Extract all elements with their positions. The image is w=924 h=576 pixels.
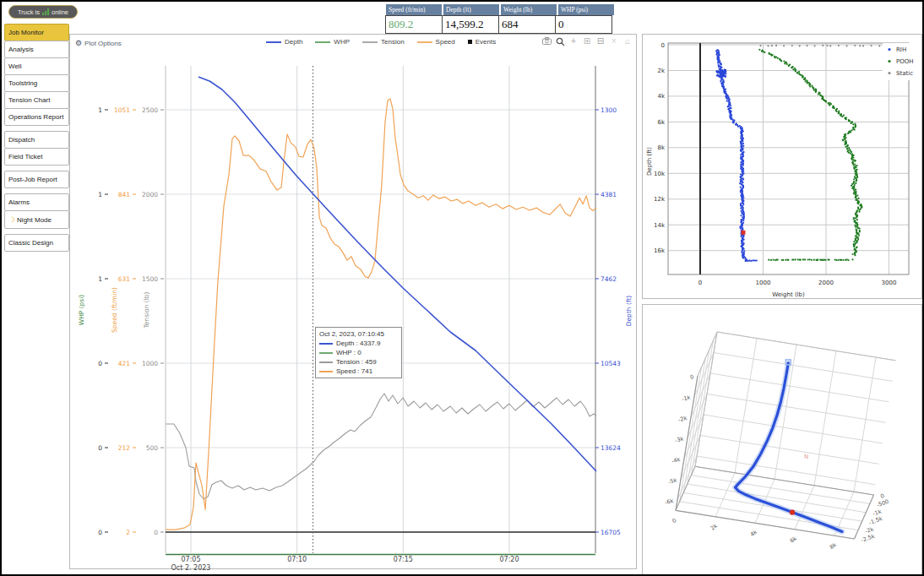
- svg-text:212: 212: [118, 444, 131, 452]
- svg-text:4381: 4381: [601, 191, 617, 198]
- signal-bars-icon: [42, 8, 49, 15]
- sidebar-item-classic-design[interactable]: Classic Design: [4, 234, 69, 252]
- sidebar-item-analysis[interactable]: Analysis: [4, 41, 69, 58]
- svg-text:-1.5k: -1.5k: [868, 515, 883, 526]
- legend-swatch-icon: [266, 41, 281, 43]
- svg-text:Depth (ft): Depth (ft): [625, 296, 633, 327]
- plot-options-label: Plot Options: [84, 40, 122, 47]
- svg-text:Static: Static: [896, 70, 913, 77]
- kpi-value-speed-ft-min-: 809.2: [385, 15, 443, 34]
- svg-text:-2.5k: -2.5k: [860, 533, 875, 544]
- svg-text:07:20: 07:20: [499, 556, 519, 563]
- svg-text:0: 0: [98, 529, 102, 536]
- tooltip-swatch-icon: [319, 361, 333, 363]
- tooltip-swatch-icon: [319, 343, 333, 345]
- svg-text:-5k: -5k: [667, 477, 677, 486]
- legend-label: Speed: [436, 38, 455, 46]
- svg-text:1051: 1051: [114, 106, 130, 114]
- current-position-marker: [742, 231, 746, 235]
- sidebar-item-label: Analysis: [8, 46, 34, 53]
- sidebar-item-dispatch[interactable]: Dispatch: [4, 131, 69, 149]
- legend-swatch-icon: [315, 41, 330, 43]
- svg-text:500: 500: [146, 444, 159, 452]
- tooltip-swatch-icon: [319, 371, 333, 372]
- kpi-table: Speed (ft/min)Depth (ft)Weight (lb)WHP (…: [385, 3, 615, 36]
- tooltip-value: WHP : 0: [336, 349, 361, 356]
- truck-status-button[interactable]: Truck is online: [8, 5, 78, 19]
- time-series-plot[interactable]: 1110001051841631421212225002000150010005…: [70, 35, 638, 570]
- sidebar-item-toolstring[interactable]: Toolstring: [4, 74, 69, 92]
- depth-line: [198, 77, 596, 471]
- plot-options-button[interactable]: ⚙ Plot Options: [75, 39, 122, 47]
- tooltip-timestamp: Oct 2, 2023, 07:10:45: [319, 330, 398, 338]
- sidebar-item-label: Night Mode: [17, 216, 52, 224]
- tooltip-swatch-icon: [319, 352, 333, 354]
- svg-text:1: 1: [98, 275, 102, 283]
- svg-text:2: 2: [126, 529, 130, 536]
- plot-modebar: +⊞⊟×⌂: [541, 36, 633, 46]
- kpi-value-weight-lb-: 684: [498, 15, 556, 34]
- tooltip-value: Tension : 459: [336, 358, 377, 366]
- kpi-header-whp-psi-: WHP (psi): [557, 3, 615, 15]
- kpi-value-depth-ft-: 14,599.2: [442, 15, 499, 34]
- autoscale-icon[interactable]: ×: [609, 36, 619, 46]
- sidebar-item-label: Classic Design: [8, 239, 53, 247]
- svg-text:4k: 4k: [749, 529, 758, 538]
- sidebar-item-operations-report[interactable]: Operations Report: [4, 108, 69, 126]
- svg-text:2500: 2500: [142, 106, 158, 114]
- tension-line: [166, 394, 596, 499]
- sidebar-item-label: Operations Report: [8, 113, 63, 121]
- svg-text:0: 0: [98, 444, 102, 452]
- events-marker-icon: [468, 40, 472, 44]
- weight-depth-scatter-plot[interactable]: 010002000300002k4k6k8k10k12k14k16kDepth …: [643, 35, 921, 298]
- svg-text:7462: 7462: [601, 275, 617, 283]
- well-trajectory-3d-plot[interactable]: 0-1k-2k-3k-4k-5k-6k02k4k6k8k0-500-1k-1.5…: [643, 305, 921, 575]
- svg-text:0: 0: [154, 529, 158, 536]
- main-chart-panel: ⚙ Plot Options DepthWHPTensionSpeedEvent…: [69, 34, 637, 569]
- svg-text:1000: 1000: [142, 360, 158, 367]
- legend-item-depth[interactable]: Depth: [266, 38, 302, 46]
- legend-label: Depth: [285, 38, 302, 46]
- sidebar-item-post-job-report[interactable]: Post-Job Report: [4, 171, 69, 188]
- current-position-marker-3d: [790, 509, 795, 514]
- svg-text:8k: 8k: [829, 541, 838, 551]
- svg-text:2k: 2k: [657, 68, 665, 74]
- reset-axes-icon[interactable]: ⌂: [622, 36, 633, 46]
- zoom-in-icon[interactable]: ⊞: [582, 36, 592, 46]
- sidebar-item-night-mode[interactable]: ☽Night Mode: [4, 210, 69, 229]
- svg-text:Oct 2, 2023: Oct 2, 2023: [171, 564, 211, 570]
- pan-icon[interactable]: +: [568, 36, 579, 46]
- kpi-header-speed-ft-min-: Speed (ft/min): [385, 3, 443, 15]
- weight-depth-panel: 010002000300002k4k6k8k10k12k14k16kDepth …: [642, 34, 922, 299]
- sidebar-item-job-monitor[interactable]: Job Monitor: [4, 24, 69, 41]
- svg-text:RIH: RIH: [896, 46, 906, 53]
- sidebar-item-tension-chart[interactable]: Tension Chart: [4, 91, 69, 109]
- svg-text:POOH: POOH: [896, 58, 914, 65]
- camera-icon[interactable]: [541, 36, 552, 46]
- svg-text:1300: 1300: [601, 106, 617, 114]
- legend-label: WHP: [334, 38, 350, 46]
- legend-item-events[interactable]: Events: [468, 38, 496, 46]
- svg-text:841: 841: [118, 191, 131, 198]
- sidebar-item-field-ticket[interactable]: Field Ticket: [4, 148, 69, 166]
- svg-text:13624: 13624: [601, 444, 621, 452]
- sidebar-item-label: Dispatch: [8, 136, 35, 144]
- svg-text:6k: 6k: [789, 535, 798, 544]
- svg-text:16k: 16k: [654, 247, 666, 254]
- svg-text:2000: 2000: [818, 280, 834, 286]
- sidebar-item-well[interactable]: Well: [4, 57, 69, 75]
- sidebar-item-alarms[interactable]: Alarms: [4, 193, 69, 211]
- zoom-out-icon[interactable]: ⊟: [595, 36, 606, 46]
- svg-text:16705: 16705: [601, 529, 621, 536]
- sidebar-item-label: Post-Job Report: [8, 176, 57, 183]
- zoom-icon[interactable]: [555, 36, 565, 46]
- svg-text:-1k: -1k: [681, 394, 691, 403]
- sidebar-item-label: Tension Chart: [8, 96, 50, 104]
- legend-item-whp[interactable]: WHP: [315, 38, 350, 46]
- svg-text:0: 0: [698, 280, 702, 286]
- truck-status-suffix: online: [52, 8, 68, 16]
- svg-text:10k: 10k: [654, 171, 666, 177]
- legend-item-speed[interactable]: Speed: [417, 38, 455, 46]
- legend-item-tension[interactable]: Tension: [362, 38, 405, 46]
- scatter-legend: RIHPOOHStatic: [883, 43, 921, 80]
